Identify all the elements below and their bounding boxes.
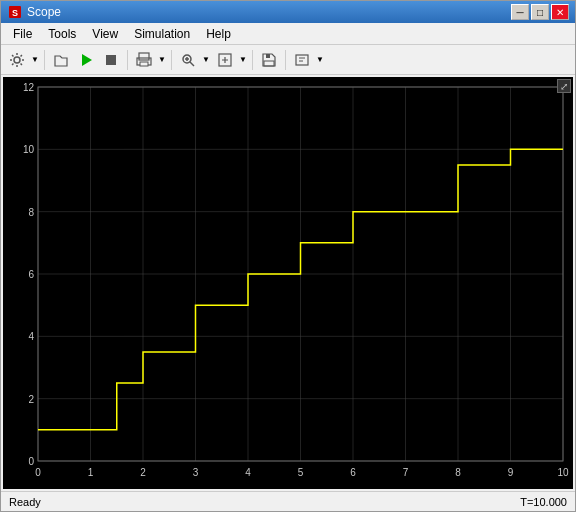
toolbar-open-button[interactable] [49, 48, 73, 72]
separator-2 [127, 50, 128, 70]
svg-point-2 [14, 57, 20, 63]
zoom-fit-dropdown[interactable]: ▼ [238, 48, 248, 72]
app-icon: S [7, 4, 23, 20]
svg-line-9 [190, 62, 194, 66]
separator-5 [285, 50, 286, 70]
toolbar-group-4: ▼ [176, 48, 211, 72]
title-bar-buttons: ─ □ ✕ [511, 4, 569, 20]
toolbar: ▼ [1, 45, 575, 75]
menu-help[interactable]: Help [198, 25, 239, 43]
settings-button[interactable] [5, 48, 29, 72]
minimize-button[interactable]: ─ [511, 4, 529, 20]
title-bar: S Scope ─ □ ✕ [1, 1, 575, 23]
toolbar-group-6: ▼ [290, 48, 325, 72]
svg-rect-7 [140, 62, 148, 66]
svg-rect-13 [266, 54, 270, 58]
menu-simulation[interactable]: Simulation [126, 25, 198, 43]
svg-marker-3 [82, 54, 92, 66]
print-dropdown[interactable]: ▼ [157, 48, 167, 72]
toolbar-group-1: ▼ [5, 48, 40, 72]
status-bar: Ready T=10.000 [1, 491, 575, 511]
close-button[interactable]: ✕ [551, 4, 569, 20]
settings-dropdown[interactable]: ▼ [30, 48, 40, 72]
config-dropdown[interactable]: ▼ [315, 48, 325, 72]
menu-tools[interactable]: Tools [40, 25, 84, 43]
svg-rect-4 [106, 55, 116, 65]
scope-canvas [3, 77, 573, 489]
separator-4 [252, 50, 253, 70]
stop-button[interactable] [99, 48, 123, 72]
plot-area: ⤢ [3, 77, 573, 489]
print-button[interactable] [132, 48, 156, 72]
main-window: S Scope ─ □ ✕ File Tools View Simulation… [0, 0, 576, 512]
window-title: Scope [27, 5, 511, 19]
zoom-fit-button[interactable] [213, 48, 237, 72]
zoom-dropdown[interactable]: ▼ [201, 48, 211, 72]
status-ready: Ready [9, 496, 41, 508]
menu-file[interactable]: File [5, 25, 40, 43]
config-button[interactable] [290, 48, 314, 72]
svg-rect-5 [139, 53, 149, 60]
svg-rect-14 [264, 61, 274, 66]
svg-text:S: S [12, 8, 18, 18]
menu-view[interactable]: View [84, 25, 126, 43]
expand-button[interactable]: ⤢ [557, 79, 571, 93]
svg-rect-15 [296, 55, 308, 65]
toolbar-group-5: ▼ [213, 48, 248, 72]
zoom-in-button[interactable] [176, 48, 200, 72]
toolbar-group-3: ▼ [132, 48, 167, 72]
status-time: T=10.000 [520, 496, 567, 508]
maximize-button[interactable]: □ [531, 4, 549, 20]
save-button[interactable] [257, 48, 281, 72]
run-button[interactable] [74, 48, 98, 72]
toolbar-group-2 [49, 48, 123, 72]
separator-1 [44, 50, 45, 70]
separator-3 [171, 50, 172, 70]
menu-bar: File Tools View Simulation Help [1, 23, 575, 45]
